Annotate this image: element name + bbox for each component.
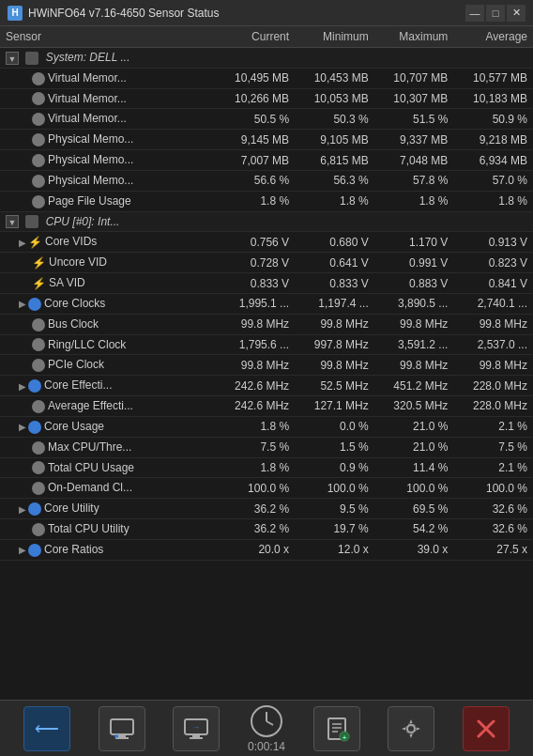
table-header-row: Sensor Current Minimum Maximum Average — [0, 26, 533, 48]
row-current: 99.8 MHz — [216, 355, 296, 376]
table-row[interactable]: ⚡SA VID 0.833 V 0.833 V 0.883 V 0.841 V — [0, 273, 533, 294]
row-maximum: 57.8 % — [374, 170, 454, 191]
row-minimum: 997.8 MHz — [295, 334, 374, 355]
table-row[interactable]: Virtual Memor... 10,495 MB 10,453 MB 10,… — [0, 68, 533, 88]
table-row[interactable]: ⚡Uncore VID 0.728 V 0.641 V 0.991 V 0.82… — [0, 253, 533, 273]
row-sensor-name: ⚡Uncore VID — [0, 253, 216, 273]
row-maximum: 69.5 % — [374, 499, 454, 519]
back-button[interactable]: ⟵ — [23, 706, 70, 751]
row-minimum: 0.641 V — [295, 253, 374, 273]
row-current: 1.8 % — [216, 416, 296, 437]
row-minimum: 1,197.4 ... — [295, 293, 374, 314]
app-icon: H — [8, 6, 23, 21]
row-average: 57.0 % — [453, 170, 533, 191]
row-name-label: Max CPU/Thre... — [48, 440, 131, 454]
table-row[interactable]: Page File Usage 1.8 % 1.8 % 1.8 % 1.8 % — [0, 191, 533, 211]
expand-arrow-icon: ▶ — [19, 422, 26, 432]
row-name-label: Physical Memo... — [48, 174, 133, 187]
row-average: 10,577 MB — [453, 68, 533, 88]
row-name-label: Virtual Memor... — [48, 112, 127, 125]
row-minimum: 1.5 % — [295, 437, 374, 457]
table-row[interactable]: Physical Memo... 9,145 MB 9,105 MB 9,337… — [0, 130, 533, 150]
minimize-button[interactable]: — — [465, 5, 484, 22]
yellow-bolt-icon: ⚡ — [32, 277, 46, 290]
row-sensor-name: ⚡SA VID — [0, 273, 216, 294]
row-sensor-name: Physical Memo... — [0, 170, 216, 191]
row-current: 36.2 % — [216, 499, 296, 519]
table-row[interactable]: ▶Core Ratios 20.0 x 12.0 x 39.0 x 27.5 x — [0, 539, 533, 560]
table-row[interactable]: Total CPU Usage 1.8 % 0.9 % 11.4 % 2.1 % — [0, 457, 533, 478]
row-maximum: 100.0 % — [374, 478, 454, 499]
monitor-button-1[interactable] — [99, 706, 145, 751]
row-minimum: 99.8 MHz — [295, 355, 374, 376]
table-row[interactable]: PCIe Clock 99.8 MHz 99.8 MHz 99.8 MHz 99… — [0, 355, 533, 376]
row-minimum: 10,453 MB — [295, 68, 374, 88]
row-maximum: 3,591.2 ... — [374, 334, 454, 355]
row-sensor-name: ▶Core Usage — [0, 416, 216, 437]
exit-button[interactable] — [463, 706, 510, 751]
row-name-label: Core Clocks — [44, 297, 105, 310]
table-row[interactable]: ▶Core Utility 36.2 % 9.5 % 69.5 % 32.6 % — [0, 499, 533, 519]
table-row[interactable]: On-Demand Cl... 100.0 % 100.0 % 100.0 % … — [0, 478, 533, 499]
table-row[interactable]: Ring/LLC Clock 1,795.6 ... 997.8 MHz 3,5… — [0, 334, 533, 355]
row-average: 6,934 MB — [453, 150, 533, 171]
blue-circle-icon — [28, 298, 41, 311]
table-row[interactable]: ▶Core Clocks 1,995.1 ... 1,197.4 ... 3,8… — [0, 293, 533, 314]
table-row[interactable]: Physical Memo... 56.6 % 56.3 % 57.8 % 57… — [0, 170, 533, 191]
row-maximum: 7,048 MB — [374, 150, 454, 171]
row-minimum: 0.680 V — [295, 232, 374, 253]
row-current: 1,795.6 ... — [216, 334, 296, 355]
section-header-row[interactable]: ▼ System: DELL ... — [0, 48, 533, 69]
table-row[interactable]: Physical Memo... 7,007 MB 6,815 MB 7,048… — [0, 150, 533, 171]
settings-button[interactable] — [388, 706, 434, 751]
expand-arrow-icon: ▶ — [19, 381, 26, 392]
row-current: 1,995.1 ... — [216, 293, 296, 314]
row-sensor-name: ▶Core Clocks — [0, 293, 216, 314]
gray-circle-icon — [32, 318, 45, 332]
table-row[interactable]: ▶⚡Core VIDs 0.756 V 0.680 V 1.170 V 0.91… — [0, 232, 533, 253]
table-row[interactable]: Max CPU/Thre... 7.5 % 1.5 % 21.0 % 7.5 % — [0, 437, 533, 457]
table-row[interactable]: Average Effecti... 242.6 MHz 127.1 MHz 3… — [0, 396, 533, 417]
table-row[interactable]: Virtual Memor... 50.5 % 50.3 % 51.5 % 50… — [0, 109, 533, 130]
row-name-label: Virtual Memor... — [48, 71, 127, 85]
monitor-button-2[interactable]: → — [173, 706, 220, 751]
row-sensor-name: Virtual Memor... — [0, 68, 216, 88]
gray-circle-icon — [32, 338, 45, 351]
svg-text:+: + — [342, 733, 346, 741]
col-average: Average — [453, 26, 533, 48]
table-row[interactable]: Bus Clock 99.8 MHz 99.8 MHz 99.8 MHz 99.… — [0, 314, 533, 334]
row-average: 32.6 % — [453, 519, 533, 540]
row-average: 100.0 % — [453, 478, 533, 499]
row-sensor-name: ▶Core Effecti... — [0, 376, 216, 396]
yellow-bolt-icon: ⚡ — [32, 256, 46, 270]
report-button[interactable]: + — [313, 706, 360, 751]
close-icon — [475, 717, 497, 740]
gray-circle-icon — [32, 359, 45, 372]
row-average: 2.1 % — [453, 416, 533, 437]
row-sensor-name: Physical Memo... — [0, 150, 216, 171]
row-maximum: 1.8 % — [374, 191, 454, 211]
maximize-button[interactable]: □ — [486, 5, 505, 22]
expand-arrow-icon: ▶ — [19, 545, 26, 555]
row-name-label: SA VID — [49, 276, 85, 289]
row-current: 50.5 % — [216, 109, 296, 130]
close-button[interactable]: ✕ — [507, 5, 525, 22]
row-maximum: 54.2 % — [374, 519, 454, 540]
row-average: 99.8 MHz — [453, 314, 533, 334]
yellow-bolt-icon: ⚡ — [28, 236, 42, 249]
table-row[interactable]: Total CPU Utility 36.2 % 19.7 % 54.2 % 3… — [0, 519, 533, 540]
row-current: 10,495 MB — [216, 68, 296, 88]
row-minimum: 0.833 V — [295, 273, 374, 294]
col-minimum: Minimum — [295, 26, 374, 48]
row-name-label: Ring/LLC Clock — [48, 338, 126, 351]
blue-circle-icon — [28, 421, 41, 434]
row-maximum: 1.170 V — [374, 232, 454, 253]
row-average: 50.9 % — [453, 109, 533, 130]
row-minimum: 0.9 % — [295, 457, 374, 478]
section-header-row[interactable]: ▼ CPU [#0]: Int... — [0, 211, 533, 232]
gray-circle-icon — [32, 175, 45, 188]
row-average: 228.0 MHz — [453, 396, 533, 417]
table-row[interactable]: ▶Core Effecti... 242.6 MHz 52.5 MHz 451.… — [0, 376, 533, 396]
table-row[interactable]: Virtual Memor... 10,266 MB 10,053 MB 10,… — [0, 88, 533, 109]
table-row[interactable]: ▶Core Usage 1.8 % 0.0 % 21.0 % 2.1 % — [0, 416, 533, 437]
